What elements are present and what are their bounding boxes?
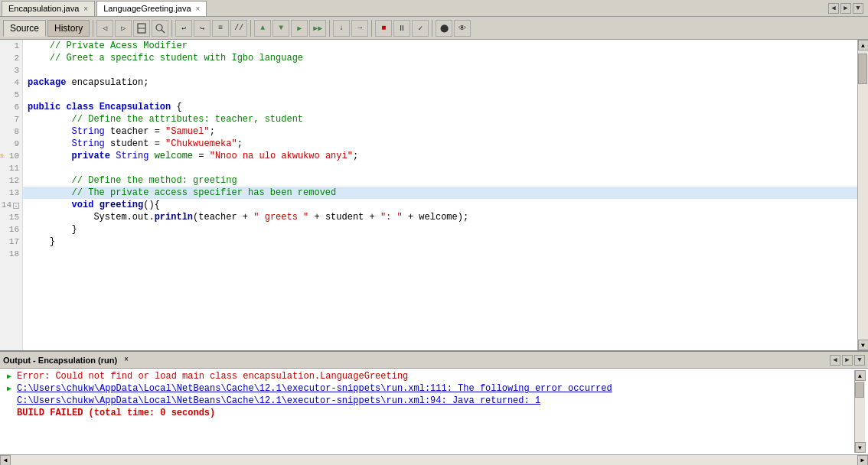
toolbar-sep-5 (371, 20, 372, 37)
code-line-4[interactable]: package encapsulation; (23, 76, 857, 89)
btn-toggle-comment[interactable]: // (230, 20, 247, 37)
editor-container: 123456789⚠1011121314-15161718 // Private… (0, 40, 868, 350)
btn-run-all[interactable]: ▶▶ (309, 20, 326, 37)
h-scroll-track[interactable] (11, 455, 857, 465)
btn-back[interactable]: ◁ (96, 20, 113, 37)
history-tab[interactable]: History (47, 20, 90, 37)
line-number-13: 13 (0, 187, 19, 199)
code-line-8[interactable]: String teacher = "Samuel"; (23, 125, 857, 138)
line-number-16: 16 (0, 223, 19, 236)
output-text: Error: Could not find or load main class… (17, 370, 854, 453)
output-scrollbar-v[interactable]: ▲ ▼ (854, 370, 865, 453)
output-scroll-up[interactable]: ▲ (855, 370, 866, 381)
output-nav-left[interactable]: ◀ (830, 355, 840, 366)
line-number-12: 12 (0, 174, 19, 187)
tab-close-encapsulation[interactable]: × (83, 5, 88, 13)
code-line-17[interactable]: } (23, 236, 857, 248)
tab-languagegreeting[interactable]: LanguageGreeting.java × (96, 1, 207, 16)
btn-breakpoint[interactable]: ⬤ (436, 20, 452, 37)
tabs-left: Encapsulation.java × LanguageGreeting.ja… (2, 1, 208, 16)
code-line-11[interactable] (23, 162, 857, 174)
output-line: Error: Could not find or load main class… (17, 370, 854, 382)
output-close-btn[interactable]: × (122, 356, 131, 364)
code-line-15[interactable]: System.out.println(teacher + " greets " … (23, 211, 857, 223)
code-line-5[interactable] (23, 89, 857, 101)
tab-bar: Encapsulation.java × LanguageGreeting.ja… (0, 0, 868, 17)
line-number-7: 7 (0, 113, 19, 125)
output-scroll-track[interactable] (855, 381, 865, 442)
line-number-2: 2 (0, 52, 19, 64)
btn-redo[interactable]: ↪ (194, 20, 210, 37)
output-nav: ◀ ▶ ▼ (830, 355, 865, 366)
run-icon-2[interactable]: ▶ (3, 382, 15, 395)
output-nav-menu[interactable]: ▼ (854, 355, 865, 366)
btn-watch[interactable]: 👁 (454, 20, 471, 37)
code-line-9[interactable]: String student = "Chukwuemeka"; (23, 138, 857, 150)
output-scrollbar-h[interactable]: ◀ ▶ (0, 454, 868, 465)
code-line-18[interactable] (23, 248, 857, 260)
btn-run-down[interactable]: ▼ (272, 20, 289, 37)
btn-forward[interactable]: ▷ (115, 20, 132, 37)
tab-nav-left-btn[interactable]: ◀ (828, 3, 839, 14)
line-number-5: 5 (0, 89, 19, 101)
toolbar-sep-2 (171, 20, 172, 37)
code-line-6[interactable]: public class Encapsulation { (23, 101, 857, 113)
line-number-10: ⚠10 (0, 150, 19, 162)
tab-nav-right-btn[interactable]: ▶ (840, 3, 851, 14)
fold-icon[interactable]: - (13, 203, 19, 209)
btn-run-to-cursor[interactable]: ▶ (291, 20, 308, 37)
output-nav-right[interactable]: ▶ (842, 355, 853, 366)
line-number-8: 8 (0, 125, 19, 138)
code-area[interactable]: // Private Acess Modifier // Greet a spe… (23, 40, 857, 350)
scroll-thumb[interactable] (858, 54, 867, 84)
code-line-2[interactable]: // Greet a specific student with Igbo la… (23, 52, 857, 64)
source-tab[interactable]: Source (3, 20, 46, 37)
code-line-13[interactable]: // The private access specifier has been… (23, 187, 857, 199)
svg-point-2 (156, 24, 162, 31)
line-number-17: 17 (0, 236, 19, 248)
tab-nav-right: ◀ ▶ ▼ (828, 3, 866, 14)
btn-check[interactable]: ✓ (412, 20, 429, 37)
toolbar-sep-3 (250, 20, 251, 37)
code-line-10[interactable]: private String welcome = "Nnoo na ulo ak… (23, 150, 857, 162)
line-number-18: 18 (0, 248, 19, 260)
h-scroll-right[interactable]: ▶ (857, 455, 868, 466)
output-scroll-down[interactable]: ▼ (855, 442, 866, 453)
code-line-7[interactable]: // Define the attributes: teacher, stude… (23, 113, 857, 125)
output-line[interactable]: C:\Users\chukw\AppData\Local\NetBeans\Ca… (17, 382, 854, 395)
btn-run-up[interactable]: ▲ (254, 20, 271, 37)
tab-encapsulation[interactable]: Encapsulation.java × (2, 1, 95, 16)
output-body: ▶ ▶ Error: Could not find or load main c… (0, 369, 868, 454)
btn-step-into[interactable]: ↓ (333, 20, 350, 37)
h-scroll-left[interactable]: ◀ (0, 455, 11, 466)
output-scroll-thumb[interactable] (855, 382, 864, 398)
editor-scrollbar-v[interactable]: ▲ ▼ (857, 40, 868, 350)
scroll-down-btn[interactable]: ▼ (858, 340, 869, 350)
btn-search[interactable] (152, 20, 168, 37)
code-line-14[interactable]: void greeting(){ (23, 199, 857, 211)
tab-nav-menu-btn[interactable]: ▼ (853, 3, 863, 14)
btn-pause[interactable]: ⏸ (393, 20, 410, 37)
code-line-12[interactable]: // Define the method: greeting (23, 174, 857, 187)
toolbar-sep-4 (329, 20, 330, 37)
btn-stop[interactable]: ■ (375, 20, 392, 37)
code-line-16[interactable]: } (23, 223, 857, 236)
btn-undo[interactable]: ↩ (175, 20, 192, 37)
scroll-track[interactable] (858, 50, 868, 340)
code-line-3[interactable] (23, 64, 857, 76)
btn-toggle-bookmark[interactable] (133, 20, 150, 37)
line-number-9: 9 (0, 138, 19, 150)
btn-format[interactable]: ≡ (212, 20, 229, 37)
output-panel: Output - Encapsulation (run) × ◀ ▶ ▼ ▶ ▶… (0, 350, 868, 465)
run-icon-1[interactable]: ▶ (3, 370, 15, 382)
line-number-4: 4 (0, 76, 19, 89)
line-number-11: 11 (0, 162, 19, 174)
tab-close-languagegreeting[interactable]: × (196, 5, 201, 13)
scroll-up-btn[interactable]: ▲ (858, 40, 869, 50)
btn-step-over[interactable]: → (351, 20, 368, 37)
output-left-icons: ▶ ▶ (3, 370, 17, 453)
line-number-15: 15 (0, 211, 19, 223)
output-line[interactable]: C:\Users\chukw\AppData\Local\NetBeans\Ca… (17, 395, 854, 407)
code-line-1[interactable]: // Private Acess Modifier (23, 40, 857, 52)
output-title: Output - Encapsulation (run) (3, 356, 117, 365)
